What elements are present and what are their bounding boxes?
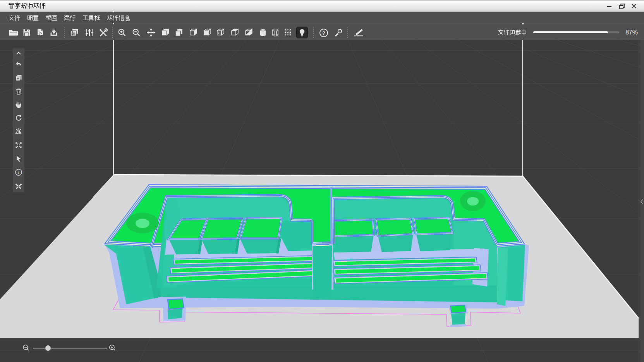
svg-text:?: ? bbox=[322, 30, 325, 36]
svg-text:i: i bbox=[18, 170, 19, 175]
